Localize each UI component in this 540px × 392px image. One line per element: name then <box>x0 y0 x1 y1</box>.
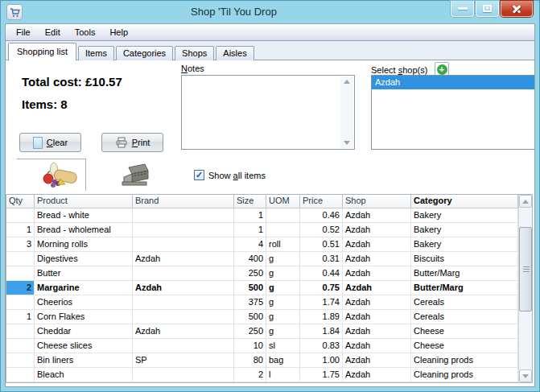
table-row[interactable]: Cheese slices10sl0.83AzdahCheese <box>6 339 518 353</box>
cell-brand <box>133 208 234 222</box>
cell-price: 0.83 <box>300 339 343 353</box>
cell-category: Cleaning prods <box>411 353 518 367</box>
cell-price: 0.75 <box>300 281 343 295</box>
notes-label: Notes <box>181 64 204 73</box>
close-button[interactable] <box>501 1 533 17</box>
table-row[interactable]: DigestivesAzdah400g0.31AzdahBiscuits <box>6 252 518 266</box>
cell-product: Butter <box>35 266 133 280</box>
column-header-category[interactable]: Category <box>411 195 518 208</box>
items-count-label: Items: 8 <box>22 97 68 111</box>
cell-product: Bread - white <box>35 208 133 222</box>
column-header-uom[interactable]: UOM <box>266 195 300 208</box>
table-row[interactable]: Butter250g0.44AzdahButter/Marg <box>6 266 518 281</box>
column-header-size[interactable]: Size <box>234 195 266 208</box>
tab-shops[interactable]: Shops <box>175 46 214 60</box>
cell-product: Digestives <box>35 252 133 266</box>
menu-file[interactable]: File <box>9 26 38 39</box>
cell-category: Bakery <box>411 208 518 222</box>
scroll-down-button[interactable] <box>519 369 532 382</box>
cell-price: 1.74 <box>300 295 343 309</box>
table-row[interactable]: Bleach2l1.75AzdahCleaning prods <box>6 368 518 382</box>
shops-listbox[interactable]: Azdah <box>371 75 534 150</box>
cell-product: Bin liners <box>35 353 133 367</box>
cell-category: Cheese <box>411 324 518 338</box>
tab-shopping-list[interactable]: Shopping list <box>8 43 76 60</box>
show-all-items-label[interactable]: Show all items <box>208 171 266 180</box>
cell-qty <box>6 252 35 266</box>
print-button[interactable]: Print <box>101 133 163 152</box>
cell-uom: bag <box>266 353 300 367</box>
menu-help[interactable]: Help <box>102 26 135 39</box>
cell-brand <box>133 339 234 353</box>
cell-qty: 2 <box>6 281 35 295</box>
cell-brand: SP <box>133 353 234 367</box>
cell-uom: g <box>266 266 300 280</box>
cash-register-icon[interactable] <box>121 163 151 187</box>
title-bar[interactable]: Shop 'Til You Drop <box>1 1 539 23</box>
notes-scrollbar[interactable] <box>340 76 353 148</box>
scroll-up-icon[interactable] <box>344 80 350 84</box>
groceries-basket-icon[interactable] <box>43 161 81 188</box>
table-row[interactable]: 2MargarineAzdah500g0.75AzdahButter/Marg <box>6 281 518 295</box>
menu-tools[interactable]: Tools <box>68 26 103 39</box>
column-header-brand[interactable]: Brand <box>133 195 234 208</box>
menu-edit[interactable]: Edit <box>38 26 68 39</box>
cell-shop: Azdah <box>343 237 411 251</box>
table-row[interactable]: 3Morning rolls4roll0.51AzdahBakery <box>6 237 518 252</box>
cell-shop: Azdah <box>343 252 411 266</box>
window-title: Shop 'Til You Drop <box>33 6 435 18</box>
column-header-price[interactable]: Price <box>300 195 343 208</box>
clear-button-label: Clear <box>47 138 68 147</box>
clear-button[interactable]: Clear <box>19 133 81 152</box>
cell-shop: Azdah <box>343 324 411 338</box>
table-scrollbar[interactable] <box>518 195 532 382</box>
shop-list-item[interactable]: Azdah <box>372 76 534 89</box>
cell-uom <box>266 223 300 237</box>
cell-size: 375 <box>234 295 266 309</box>
cell-qty <box>6 339 35 353</box>
table-row[interactable]: 1Bread - wholemeal10.52AzdahBakery <box>6 223 518 237</box>
cell-brand <box>133 295 234 309</box>
cell-size: 250 <box>234 266 266 280</box>
column-header-product[interactable]: Product <box>35 195 133 208</box>
table-row[interactable]: Bread - white10.46AzdahBakery <box>6 208 518 223</box>
cell-uom: sl <box>266 339 300 353</box>
cell-qty: 1 <box>6 310 35 324</box>
cell-shop: Azdah <box>343 208 411 222</box>
cell-product: Bleach <box>35 368 133 382</box>
show-all-checkbox[interactable]: ✓ <box>194 170 204 180</box>
cell-category: Bakery <box>411 237 518 251</box>
cell-product: Bread - wholemeal <box>35 223 133 237</box>
tab-strip: Shopping list Items Categories Shops Ais… <box>6 41 534 60</box>
shopping-list-page: Total cost: £10.57 Items: 8 Clear Print … <box>6 60 534 386</box>
cell-brand <box>133 266 234 280</box>
table-row[interactable]: Cheerios375g1.74AzdahCereals <box>6 295 518 310</box>
scroll-down-icon[interactable] <box>344 141 350 145</box>
shopping-cart-icon[interactable] <box>6 4 23 20</box>
tab-categories[interactable]: Categories <box>116 46 173 60</box>
tab-items[interactable]: Items <box>78 46 114 60</box>
cell-product: Cheddar <box>35 324 133 338</box>
notes-input[interactable] <box>181 75 355 150</box>
cell-qty <box>6 368 35 382</box>
cell-brand: Azdah <box>133 252 234 266</box>
scroll-up-button[interactable] <box>519 195 532 208</box>
column-header-qty[interactable]: Qty <box>6 195 35 208</box>
shopping-list-table: QtyProductBrandSizeUOMPriceShopCategory … <box>6 194 533 383</box>
column-header-shop[interactable]: Shop <box>343 195 411 208</box>
cell-uom <box>266 208 300 222</box>
tab-aisles[interactable]: Aisles <box>216 46 254 60</box>
cell-price: 0.46 <box>300 208 343 222</box>
table-row[interactable]: CheddarAzdah250g1.84AzdahCheese <box>6 324 518 339</box>
scrollbar-thumb[interactable] <box>519 227 532 312</box>
total-cost-label: Total cost: £10.57 <box>22 75 122 89</box>
minimize-button[interactable] <box>451 1 474 17</box>
maximize-button[interactable] <box>476 1 499 17</box>
cell-brand <box>133 223 234 237</box>
cell-uom: g <box>266 252 300 266</box>
table-row[interactable]: 1Corn Flakes500g1.89AzdahCereals <box>6 310 518 324</box>
cell-size: 2 <box>234 368 266 382</box>
table-row[interactable]: Bin linersSP80bag1.00AzdahCleaning prods <box>6 353 518 368</box>
cell-category: Cleaning prods <box>411 368 518 382</box>
cell-size: 80 <box>234 353 266 367</box>
